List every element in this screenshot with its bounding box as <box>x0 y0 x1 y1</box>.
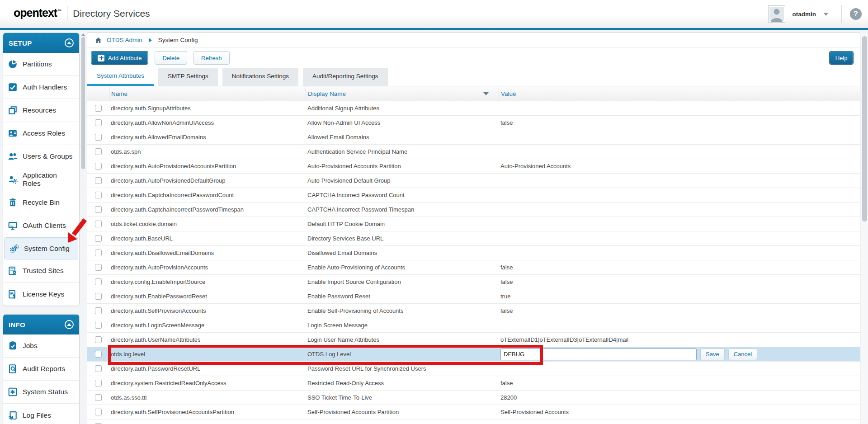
sidebar-scrollbar[interactable] <box>81 33 85 424</box>
table-row[interactable]: directory.auth.CaptchaIncorrectPasswordC… <box>87 188 860 203</box>
table-row[interactable]: directory.config.EnableImportSourceEnabl… <box>87 275 860 289</box>
home-icon[interactable] <box>94 37 102 44</box>
section-header-info[interactable]: INFO <box>3 315 79 334</box>
sidebar-item-users-groups[interactable]: Users & Groups <box>3 145 79 168</box>
row-checkbox-cell <box>87 246 109 260</box>
add-attribute-button[interactable]: Add Attribute <box>91 51 148 65</box>
help-button[interactable]: Help <box>829 51 854 65</box>
user-menu-label[interactable]: otadmin <box>793 11 816 18</box>
attribute-display-name: CAPTCHA Incorrect Password Count <box>307 192 405 198</box>
row-checkbox[interactable] <box>95 351 102 358</box>
row-checkbox[interactable] <box>95 380 102 386</box>
table-row[interactable]: directory.system.RestrictedReadOnlyAcces… <box>87 376 860 391</box>
user-avatar[interactable] <box>768 5 785 23</box>
row-checkbox[interactable] <box>95 322 102 329</box>
table-row[interactable]: directory.auth.SelfProvisionedAccountsPa… <box>87 405 860 419</box>
row-checkbox[interactable] <box>95 278 102 285</box>
table-row[interactable]: directory.auth.AllowNonAdminUIAccessAllo… <box>87 116 860 130</box>
row-checkbox[interactable] <box>95 293 102 300</box>
row-checkbox[interactable] <box>95 394 102 401</box>
row-checkbox[interactable] <box>95 177 102 184</box>
row-checkbox[interactable] <box>95 206 102 213</box>
sidebar-item-log-files[interactable]: Log Files <box>3 404 79 424</box>
row-checkbox[interactable] <box>95 192 102 198</box>
delete-button[interactable]: Delete <box>155 51 187 65</box>
table-row[interactable]: directory.auth.SelfProvisionAccountsEnab… <box>87 304 860 318</box>
row-checkbox[interactable] <box>95 264 102 271</box>
row-checkbox-cell <box>87 159 109 173</box>
collapse-section-icon[interactable] <box>65 38 74 47</box>
sidebar-item-recycle-bin[interactable]: Recycle Bin <box>3 191 79 214</box>
row-checkbox-cell <box>87 174 109 188</box>
attribute-value: 28200 <box>500 394 517 401</box>
sidebar-item-system-status[interactable]: System Status <box>3 381 79 404</box>
table-row[interactable]: directory.auth.UserNameAttributesLogin U… <box>87 333 860 347</box>
sidebar-item-auth-handlers[interactable]: Auth Handlers <box>3 76 79 99</box>
sidebar-item-jobs[interactable]: Jobs <box>3 334 79 358</box>
sidebar-item-system-config[interactable]: System Config <box>4 237 78 259</box>
scroll-up-icon[interactable] <box>81 33 85 36</box>
cancel-button[interactable]: Cancel <box>728 349 757 360</box>
sidebar-item-oauth-clients[interactable]: OAuth Clients <box>3 214 79 237</box>
row-checkbox[interactable] <box>95 119 102 126</box>
row-checkbox[interactable] <box>95 221 102 227</box>
row-checkbox[interactable] <box>95 307 102 314</box>
sidebar-scrollbar-thumb[interactable] <box>81 37 85 169</box>
tab-system-attributes[interactable]: System Attributes <box>87 68 154 86</box>
row-checkbox[interactable] <box>95 235 102 242</box>
sidebar-item-license-keys[interactable]: License Keys <box>3 283 79 306</box>
table-row[interactable]: directory.auth.AutoProvisionedDefaultGro… <box>87 174 860 188</box>
table-row[interactable]: directory.auth.CaptchaIncorrectPasswordT… <box>87 203 860 217</box>
table-row[interactable]: otds.as.spnAuthentication Service Princi… <box>87 145 860 159</box>
main-scrollbar-thumb[interactable] <box>862 36 867 221</box>
row-checkbox[interactable] <box>95 148 102 155</box>
table-row[interactable]: directory.auth.BaseURLDirectory Services… <box>87 231 860 246</box>
save-button[interactable]: Save <box>700 349 725 360</box>
table-row[interactable]: directory.auth.PasswordResetURLPassword … <box>87 362 860 376</box>
table-row[interactable]: directory.auth.AllowedEmailDomainsAllowe… <box>87 130 860 145</box>
row-checkbox[interactable] <box>95 134 102 141</box>
sidebar-item-label: Access Roles <box>23 129 65 137</box>
tab-smtp-settings[interactable]: SMTP Settings <box>158 68 218 86</box>
tab-audit-reporting-settings[interactable]: Audit/Reporting Settings <box>303 68 388 86</box>
sidebar-item-application-roles[interactable]: Application Roles <box>3 168 79 191</box>
table-row[interactable]: directory.auth.AutoProvisionAccountsEnab… <box>87 260 860 275</box>
sidebar-item-resources[interactable]: Resources <box>3 99 79 122</box>
row-checkbox[interactable] <box>95 409 102 415</box>
collapse-section-icon[interactable] <box>65 320 74 329</box>
sidebar-item-access-roles[interactable]: Access Roles <box>3 122 79 145</box>
row-checkbox-cell <box>87 231 109 245</box>
table-row[interactable]: directory.auth.LoginScreenMessageLogin S… <box>87 318 860 333</box>
attribute-name: directory.auth.AutoProvisionedDefaultGro… <box>111 177 225 184</box>
table-row[interactable]: directory.auth.EnablePasswordResetEnable… <box>87 289 860 304</box>
row-checkbox[interactable] <box>95 105 102 112</box>
table-row[interactable]: otds.as.sso.ttlSSO Ticket Time-To-Live28… <box>87 391 860 405</box>
column-header-value[interactable]: Value <box>499 86 860 101</box>
help-icon[interactable]: ? <box>850 8 862 20</box>
attribute-display-name: Self-Provisioned Accounts Partition <box>307 409 399 415</box>
sidebar-item-partitions[interactable]: Partitions <box>3 53 79 76</box>
user-menu-caret-icon[interactable] <box>823 13 829 16</box>
column-header-display-name[interactable]: Display Name <box>306 86 499 101</box>
cell-name: directory.auth.PasswordResetURL <box>109 362 306 376</box>
refresh-button[interactable]: Refresh <box>193 51 230 65</box>
table-row-editing[interactable]: otds.log.levelOTDS Log Level Save Cancel <box>87 347 860 362</box>
column-header-name[interactable]: Name <box>109 86 306 101</box>
value-input[interactable] <box>500 349 697 360</box>
row-checkbox[interactable] <box>95 163 102 170</box>
row-checkbox[interactable] <box>95 336 102 343</box>
sidebar-item-trusted-sites[interactable]: Trusted Sites <box>3 259 79 283</box>
table-row[interactable]: directory.auth.AutoProvisionedAccountsPa… <box>87 159 860 174</box>
table-row[interactable]: otds.ticket.cookie.domainDefault HTTP Co… <box>87 217 860 231</box>
breadcrumb-root-link[interactable]: OTDS Admin <box>107 37 142 43</box>
main-scrollbar[interactable] <box>861 33 868 424</box>
row-checkbox-cell <box>87 376 109 390</box>
row-checkbox[interactable] <box>95 250 102 256</box>
table-row[interactable]: directory.auth.DisallowedEmailDomainsDis… <box>87 246 860 260</box>
sort-descending-icon[interactable] <box>483 92 489 95</box>
row-checkbox[interactable] <box>95 365 102 372</box>
tab-notifications-settings[interactable]: Notifications Settings <box>222 68 298 86</box>
section-header-setup[interactable]: SETUP <box>3 33 79 53</box>
table-row[interactable]: directory.auth.SignupAttributesAdditiona… <box>87 101 860 116</box>
sidebar-item-audit-reports[interactable]: Audit Reports <box>3 358 79 381</box>
